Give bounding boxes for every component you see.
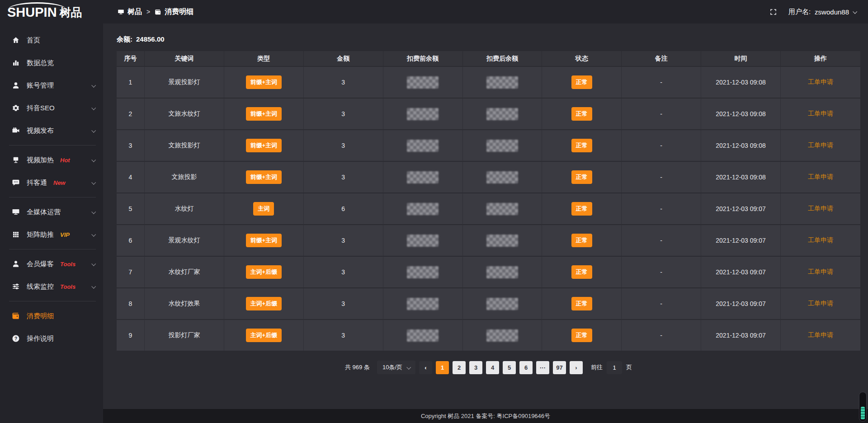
- keyword-cell: 水纹灯厂家: [145, 257, 224, 288]
- sidebar-divider: [9, 249, 96, 249]
- sidebar-item-全媒体运营[interactable]: 全媒体运营: [0, 201, 103, 223]
- ticket-request-link[interactable]: 工单申请: [808, 331, 833, 338]
- sidebar-item-消费明细[interactable]: 消费明细: [0, 305, 103, 327]
- user-menu[interactable]: 用户名: zswodun88: [788, 8, 856, 16]
- ticket-request-link[interactable]: 工单申请: [808, 141, 833, 149]
- wallet-icon: [12, 312, 20, 320]
- status-badge: 正常: [571, 265, 592, 279]
- bar-chart-icon: [12, 59, 20, 67]
- pre-balance-cell: [383, 193, 463, 225]
- sidebar-item-label: 数据总览: [27, 59, 54, 67]
- sidebar-item-label: 抖客通: [27, 179, 47, 187]
- amount-cell: 3: [304, 130, 383, 162]
- time-cell: 2021-12-03 09:08: [701, 162, 781, 193]
- ticket-request-link[interactable]: 工单申请: [808, 110, 833, 117]
- sidebar-item-视频发布[interactable]: 视频发布: [0, 119, 103, 142]
- remark-cell: -: [622, 99, 701, 130]
- page-button-3[interactable]: 3: [469, 361, 482, 374]
- page-button-1[interactable]: 1: [436, 361, 449, 374]
- sidebar-nav: 首页数据总览账号管理抖音SEO视频发布视频加热Hot抖客通New全媒体运营矩阵助…: [0, 24, 103, 350]
- chevron-down-icon: [91, 105, 96, 110]
- page-button-4[interactable]: 4: [486, 361, 499, 374]
- page-button-2[interactable]: 2: [453, 361, 466, 374]
- table-header-row: 序号关键词类型金额扣费前余额扣费后余额状态备注时间操作: [117, 51, 860, 67]
- status-cell: 正常: [542, 225, 622, 257]
- table-row: 8水纹灯效果主词+后缀3正常-2021-12-03 09:07工单申请: [117, 288, 860, 320]
- sidebar-item-账号管理[interactable]: 账号管理: [0, 74, 103, 97]
- sidebar-item-label: 线索监控: [27, 282, 54, 291]
- ticket-request-link[interactable]: 工单申请: [808, 173, 833, 180]
- main-content: 余额:24856.00 序号关键词类型金额扣费前余额扣费后余额状态备注时间操作 …: [103, 24, 868, 409]
- status-cell: 正常: [542, 67, 622, 99]
- goto-page-input[interactable]: [607, 361, 622, 374]
- page-button-5[interactable]: 5: [503, 361, 516, 374]
- table-row: 3文旅投影灯前缀+主词3正常-2021-12-03 09:08工单申请: [117, 130, 860, 162]
- time-cell: 2021-12-03 09:07: [701, 288, 781, 320]
- action-cell: 工单申请: [781, 225, 860, 257]
- fullscreen-icon[interactable]: [769, 8, 778, 16]
- next-page-button[interactable]: ›: [570, 361, 583, 374]
- masked-balance: [407, 76, 439, 89]
- table-body: 1景观投影灯前缀+主词3正常-2021-12-03 09:08工单申请2文旅水纹…: [117, 67, 860, 352]
- sidebar-item-会员爆客[interactable]: 会员爆客Tools: [0, 253, 103, 275]
- floating-widget[interactable]: [859, 392, 867, 422]
- column-header-时间: 时间: [701, 51, 781, 67]
- page-button-6[interactable]: 6: [519, 361, 533, 374]
- row-index-cell: 3: [117, 130, 145, 162]
- sidebar-item-矩阵助推[interactable]: 矩阵助推VIP: [0, 223, 103, 246]
- sidebar-item-数据总览[interactable]: 数据总览: [0, 52, 103, 74]
- page-button-97[interactable]: 97: [553, 361, 566, 374]
- action-cell: 工单申请: [781, 99, 860, 130]
- prev-page-button[interactable]: ‹: [419, 361, 432, 374]
- sidebar-badge-VIP: VIP: [60, 231, 70, 238]
- sidebar-item-抖音SEO[interactable]: 抖音SEO: [0, 97, 103, 119]
- action-cell: 工单申请: [781, 193, 860, 225]
- ticket-request-link[interactable]: 工单申请: [808, 78, 833, 85]
- sidebar-item-label: 视频发布: [27, 127, 54, 135]
- sidebar-item-首页[interactable]: 首页: [0, 29, 103, 52]
- remark-cell: -: [622, 67, 701, 99]
- post-balance-cell: [463, 130, 542, 162]
- type-badge: 前缀+主词: [246, 139, 282, 152]
- breadcrumb-separator: >: [146, 8, 150, 15]
- balance-display: 余额:24856.00: [117, 35, 860, 44]
- sidebar-item-label: 矩阵助推: [27, 230, 54, 239]
- masked-balance: [407, 329, 439, 342]
- pagination-ellipsis[interactable]: ···: [536, 361, 549, 374]
- post-balance-cell: [463, 225, 542, 257]
- sidebar-item-抖客通[interactable]: 抖客通New: [0, 171, 103, 194]
- breadcrumb-label: 消费明细: [165, 7, 193, 17]
- pre-balance-cell: [383, 67, 463, 99]
- keyword-cell: 文旅投影灯: [145, 130, 224, 162]
- page-size-select[interactable]: 10条/页: [377, 361, 415, 374]
- sidebar-item-label: 全媒体运营: [27, 208, 61, 216]
- masked-balance: [486, 329, 518, 342]
- remark-cell: -: [622, 257, 701, 288]
- breadcrumb-item-树品[interactable]: 树品: [118, 7, 142, 17]
- sidebar-item-视频加热[interactable]: 视频加热Hot: [0, 149, 103, 171]
- status-badge: 正常: [571, 297, 592, 310]
- type-badge: 主词+后缀: [246, 297, 282, 310]
- action-cell: 工单申请: [781, 162, 860, 193]
- amount-cell: 3: [304, 288, 383, 320]
- footer: Copyright 树品 2021 备案号: 粤ICP备09019646号: [103, 409, 868, 423]
- time-cell: 2021-12-03 09:07: [701, 193, 781, 225]
- ticket-request-link[interactable]: 工单申请: [808, 236, 833, 244]
- action-cell: 工单申请: [781, 320, 860, 352]
- pre-balance-cell: [383, 225, 463, 257]
- ticket-request-link[interactable]: 工单申请: [808, 268, 833, 275]
- sidebar-item-线索监控[interactable]: 线索监控Tools: [0, 275, 103, 298]
- row-index-cell: 9: [117, 320, 145, 352]
- column-header-金额: 金额: [304, 51, 383, 67]
- remark-cell: -: [622, 130, 701, 162]
- sidebar-item-操作说明[interactable]: ?操作说明: [0, 327, 103, 350]
- row-index-cell: 5: [117, 193, 145, 225]
- breadcrumb-item-消费明细[interactable]: 消费明细: [155, 7, 193, 17]
- ticket-request-link[interactable]: 工单申请: [808, 205, 833, 212]
- status-badge: 正常: [571, 329, 592, 342]
- masked-balance: [407, 298, 439, 310]
- sidebar-badge-Tools: Tools: [60, 261, 75, 268]
- table-row: 5水纹灯主词6正常-2021-12-03 09:07工单申请: [117, 193, 860, 225]
- row-index-cell: 7: [117, 257, 145, 288]
- ticket-request-link[interactable]: 工单申请: [808, 300, 833, 307]
